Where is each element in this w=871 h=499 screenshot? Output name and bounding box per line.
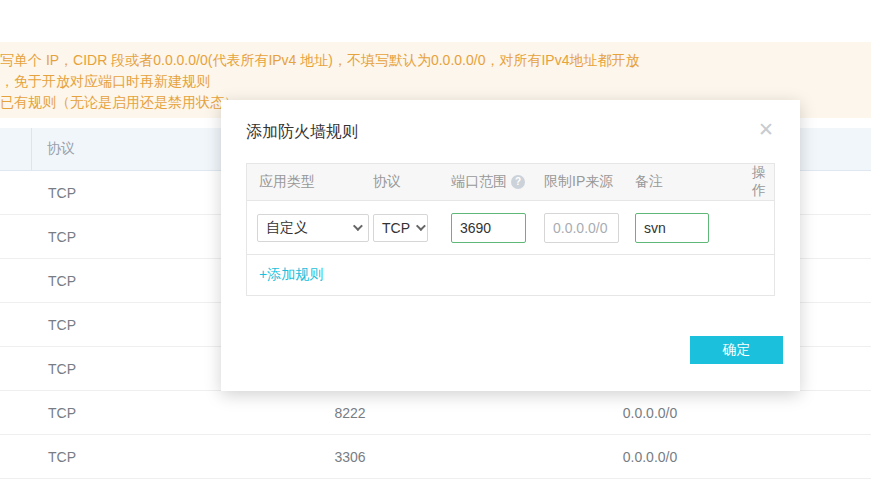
- chevron-down-icon: [353, 221, 363, 231]
- cell-protocol: TCP: [48, 303, 76, 347]
- header-port-range: 端口范围 ?: [451, 173, 544, 191]
- add-rule-row: +添加规则: [247, 255, 774, 295]
- header-port-range-label: 端口范围: [451, 173, 507, 191]
- port-range-input[interactable]: [451, 213, 526, 243]
- app-type-selected-value: 自定义: [266, 219, 308, 237]
- table-row[interactable]: TCP 3306 0.0.0.0/0: [0, 435, 871, 479]
- confirm-button[interactable]: 确定: [690, 336, 783, 364]
- chevron-down-icon: [416, 221, 426, 231]
- form-header-row: 应用类型 协议 端口范围 ? 限制IP来源 备注 操作: [247, 164, 774, 201]
- rule-form-row: 自定义 TCP: [247, 201, 774, 255]
- cell-protocol: TCP: [48, 171, 76, 215]
- header-app-type: 应用类型: [247, 173, 373, 191]
- close-icon[interactable]: ✕: [754, 118, 778, 142]
- cell-protocol: TCP: [48, 435, 76, 479]
- cell-protocol: TCP: [48, 259, 76, 303]
- add-firewall-rule-dialog: 添加防火墙规则 ✕ 应用类型 协议 端口范围 ? 限制IP来源 备注 操作 自定…: [221, 100, 800, 391]
- cell-protocol: TCP: [48, 347, 76, 391]
- warning-line: ，免于开放对应端口时再新建规则: [0, 71, 871, 92]
- warning-line: 写单个 IP，CIDR 段或者0.0.0.0/0(代表所有IPv4 地址)，不填…: [0, 50, 871, 71]
- remark-input[interactable]: [635, 213, 709, 243]
- ip-source-input[interactable]: [544, 213, 619, 243]
- app-type-select[interactable]: 自定义: [257, 214, 369, 242]
- cell-protocol: TCP: [48, 391, 76, 435]
- table-row[interactable]: [0, 479, 871, 499]
- add-rule-link[interactable]: +添加规则: [259, 266, 323, 284]
- help-icon[interactable]: ?: [511, 175, 525, 189]
- header-protocol: 协议: [373, 173, 451, 191]
- table-header-select-column: [0, 128, 32, 170]
- protocol-select[interactable]: TCP: [373, 214, 428, 242]
- header-ip-source: 限制IP来源: [544, 173, 635, 191]
- header-action: 操作: [742, 164, 774, 200]
- cell-port: 3306: [300, 435, 400, 479]
- header-remark: 备注: [635, 173, 742, 191]
- protocol-selected-value: TCP: [382, 220, 410, 236]
- rule-form-table: 应用类型 协议 端口范围 ? 限制IP来源 备注 操作 自定义 TCP: [246, 163, 775, 296]
- dialog-title: 添加防火墙规则: [246, 122, 358, 143]
- cell-source: 0.0.0.0/0: [600, 391, 700, 435]
- table-row[interactable]: TCP 8222 0.0.0.0/0: [0, 391, 871, 435]
- cell-port: 8222: [300, 391, 400, 435]
- column-header-protocol: 协议: [32, 140, 75, 158]
- cell-source: 0.0.0.0/0: [600, 435, 700, 479]
- cell-protocol: TCP: [48, 215, 76, 259]
